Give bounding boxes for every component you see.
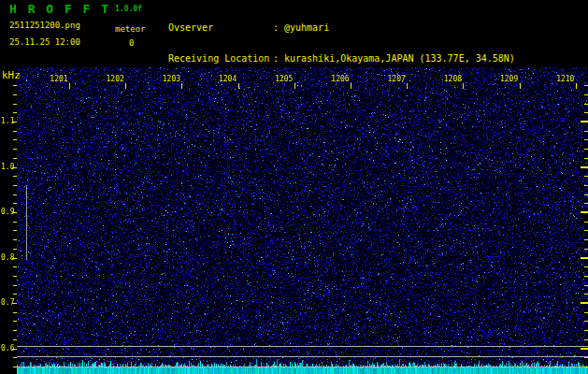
freq-axis-tick-minor [584, 158, 588, 159]
freq-axis-tick-minor [584, 112, 588, 113]
info-separator: : [273, 53, 284, 64]
freq-axis-tick-minor [584, 321, 588, 322]
freq-axis-tick-minor [584, 330, 588, 331]
freq-axis-label: 0.6 [1, 344, 12, 352]
freq-axis-label: 0.7 [1, 298, 12, 307]
time-axis-label: 1203 [163, 75, 180, 83]
freq-axis-tick-major [12, 258, 17, 259]
meteor-counter-value: 0 [129, 38, 134, 48]
freq-axis-tick-minor [584, 176, 588, 177]
time-axis-tick [125, 83, 126, 89]
time-axis-tick [576, 83, 577, 89]
freq-axis-tick-minor [584, 94, 588, 95]
freq-axis-tick-minor [13, 339, 17, 340]
time-axis-tick [238, 83, 239, 89]
freq-axis-tick-major [12, 167, 17, 168]
info-value: kurashiki,Okayama,JAPAN (133.77E, 34.58N… [284, 53, 515, 64]
time-axis-label: 1206 [331, 75, 349, 83]
time-axis-label: 1202 [107, 75, 124, 83]
app-version: 1.0.0f [115, 5, 142, 13]
info-row-observer: Ovserver:@yuhmari [168, 22, 515, 33]
spectrogram-canvas [17, 67, 588, 374]
freq-axis-tick-major [12, 122, 17, 122]
time-axis-label: 1205 [275, 75, 293, 83]
freq-axis-tick-minor [584, 339, 588, 340]
info-row-location: Receiving Location:kurashiki,Okayama,JAP… [168, 53, 515, 64]
freq-axis-tick-minor [13, 85, 17, 86]
freq-axis-tick-minor [13, 266, 17, 267]
freq-axis-tick-minor [584, 357, 588, 358]
info-label: Receiving Location [168, 53, 273, 64]
freq-axis-tick-minor [13, 104, 17, 105]
app-title: H R O F F T [9, 2, 110, 16]
freq-axis-tick-major [12, 349, 17, 350]
freq-axis-tick-minor [584, 266, 588, 267]
freq-axis-tick-minor [584, 294, 588, 295]
time-axis-label: 1210 [556, 75, 574, 83]
freq-axis-tick-minor [13, 321, 17, 322]
freq-axis-tick-minor [13, 94, 17, 95]
freq-axis-tick-minor [13, 203, 17, 204]
freq-axis-tick-minor [13, 312, 17, 313]
freq-axis-tick-minor [13, 230, 17, 231]
freq-axis-tick-minor [584, 276, 588, 277]
hrofft-window: H R O F F T 1.0.0f 2511251200.png meteor… [0, 0, 588, 374]
carrier-line [17, 346, 588, 347]
time-axis-tick [181, 83, 182, 89]
time-axis-label: 1209 [500, 75, 518, 83]
freq-axis-tick-minor [13, 276, 17, 277]
carrier-line [17, 356, 588, 357]
info-value: @yuhmari [284, 22, 329, 33]
time-axis-tick [407, 83, 408, 89]
time-axis-label: 1208 [444, 75, 462, 83]
freq-axis-tick-minor [584, 249, 588, 250]
carrier-line [17, 367, 588, 367]
info-separator: : [273, 22, 284, 33]
freq-axis-tick-minor [13, 194, 17, 195]
freq-axis-tick-major [581, 348, 588, 350]
freq-axis-tick-major [581, 166, 588, 168]
freq-axis-tick-minor [13, 239, 17, 240]
time-axis-label: 1204 [219, 75, 237, 83]
freq-axis-tick-minor [584, 194, 588, 195]
freq-axis-tick-major [581, 211, 588, 213]
meteor-counter-label: meteor [115, 24, 146, 34]
freq-axis-tick-minor [13, 294, 17, 295]
freq-axis-tick-minor [584, 367, 588, 367]
freq-axis-tick-minor [13, 149, 17, 150]
freq-axis-tick-major [581, 257, 588, 259]
time-axis-label: 1201 [50, 75, 67, 83]
freq-axis-label: 0.9 [1, 208, 12, 216]
freq-axis-tick-minor [13, 222, 17, 223]
freq-unit-label: kHz [2, 69, 21, 81]
info-label: Ovserver [168, 22, 273, 33]
time-axis-label: 1207 [388, 75, 406, 83]
time-axis-tick [463, 83, 464, 89]
freq-axis-tick-minor [584, 139, 588, 140]
freq-axis-tick-minor [584, 239, 588, 240]
freq-axis-tick-minor [584, 149, 588, 150]
freq-axis-tick-minor [584, 312, 588, 313]
freq-axis-tick-major [581, 121, 588, 122]
freq-axis-tick-minor [584, 230, 588, 231]
output-filename: 2511251200.png [9, 21, 80, 30]
freq-axis-tick-minor [13, 112, 17, 113]
time-axis-tick [294, 83, 295, 89]
freq-axis-tick-minor [584, 104, 588, 105]
freq-axis-tick-major [12, 212, 17, 213]
time-axis-tick [351, 83, 351, 89]
freq-axis-label: 0.8 [1, 253, 12, 262]
freq-axis-tick-minor [13, 185, 17, 186]
freq-axis-tick-minor [584, 222, 588, 223]
timestamp: 25.11.25 12:00 [9, 37, 80, 47]
freq-axis-label: 1.1 [1, 117, 12, 125]
freq-axis-tick-minor [13, 139, 17, 140]
freq-axis-label: 1.0 [1, 163, 12, 171]
artifact-vertical-line [26, 185, 27, 260]
freq-axis-tick-minor [584, 131, 588, 132]
freq-axis-tick-minor [584, 203, 588, 204]
freq-axis-tick-minor [13, 249, 17, 250]
freq-axis-tick-minor [13, 285, 17, 286]
freq-axis-tick-minor [584, 285, 588, 286]
freq-axis-tick-minor [584, 85, 588, 86]
